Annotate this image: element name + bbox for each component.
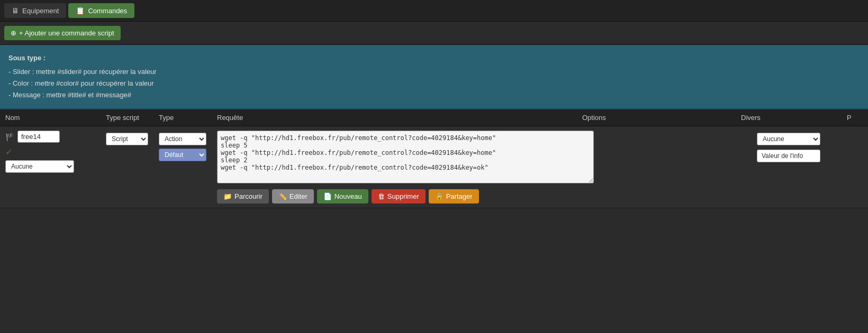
nouveau-label: Nouveau bbox=[334, 192, 362, 200]
top-nav: 🖥 Equipement 📋 Commandes bbox=[0, 0, 868, 22]
parcourir-button[interactable]: 📁 Parcourir bbox=[217, 189, 269, 204]
nouveau-icon: 📄 bbox=[323, 192, 332, 200]
parcourir-icon: 📁 bbox=[223, 192, 232, 200]
info-title: Sous type : bbox=[8, 52, 860, 64]
header-p: P bbox=[847, 114, 863, 122]
parcourir-label: Parcourir bbox=[234, 192, 263, 200]
cell-nom: 🏴 ✓ Aucune bbox=[5, 131, 106, 173]
type-select[interactable]: Action Info bbox=[159, 133, 206, 145]
nom-top: 🏴 bbox=[5, 131, 106, 143]
nouveau-button[interactable]: 📄 Nouveau bbox=[317, 189, 368, 204]
script-select[interactable]: Script bbox=[106, 133, 148, 145]
valeur-info-label: Valeur de l'info bbox=[762, 152, 803, 160]
add-script-icon: ⊕ bbox=[11, 29, 16, 37]
flag-icon: 🏴 bbox=[5, 133, 14, 141]
action-buttons: 📁 Parcourir ✏️ Editer 📄 Nouveau 🗑 Suppri… bbox=[217, 189, 594, 204]
add-script-label: + Ajouter une commande script bbox=[19, 29, 114, 37]
header-type: Type bbox=[159, 114, 217, 122]
supprimer-icon: 🗑 bbox=[378, 192, 385, 200]
commandes-icon: 📋 bbox=[76, 6, 85, 15]
requete-textarea[interactable]: wget -q "http://hd1.freebox.fr/pub/remot… bbox=[217, 131, 594, 183]
add-script-button[interactable]: ⊕ + Ajouter une commande script bbox=[4, 26, 121, 40]
valeur-info-button[interactable]: Valeur de l'info bbox=[757, 150, 820, 162]
info-line-1: - Slider : mettre #slider# pour récupére… bbox=[8, 66, 860, 78]
nom-input[interactable] bbox=[17, 131, 60, 143]
header-options: Options bbox=[582, 114, 741, 122]
cell-requete: wget -q "http://hd1.freebox.fr/pub/remot… bbox=[217, 131, 598, 204]
header-nom: Nom bbox=[5, 114, 106, 122]
editer-icon: ✏️ bbox=[278, 192, 287, 200]
divers-select[interactable]: Aucune bbox=[757, 133, 820, 145]
cell-divers: Aucune Valeur de l'info bbox=[757, 131, 863, 162]
tab-commandes-label: Commandes bbox=[88, 7, 127, 15]
header-divers: Divers bbox=[741, 114, 847, 122]
aucune-select[interactable]: Aucune bbox=[5, 160, 74, 173]
cell-type-script: Script bbox=[106, 131, 159, 145]
info-panel: Sous type : - Slider : mettre #slider# p… bbox=[0, 45, 868, 109]
table-row: 🏴 ✓ Aucune Script Action Info Défaut wge… bbox=[0, 126, 868, 208]
tab-equipement[interactable]: 🖥 Equipement bbox=[4, 3, 66, 18]
equipement-icon: 🖥 bbox=[12, 6, 19, 15]
tab-equipement-label: Equipement bbox=[22, 7, 59, 15]
info-line-2: - Color : mettre #color# pour récupérer … bbox=[8, 78, 860, 89]
header-requete: Requête bbox=[217, 114, 582, 122]
supprimer-button[interactable]: 🗑 Supprimer bbox=[372, 189, 426, 204]
table-header: Nom Type script Type Requête Options Div… bbox=[0, 109, 868, 126]
cell-type: Action Info Défaut bbox=[159, 131, 217, 161]
check-icon: ✓ bbox=[5, 147, 106, 157]
partager-icon: 🔒 bbox=[435, 192, 444, 200]
editer-label: Editer bbox=[290, 192, 308, 200]
partager-button[interactable]: 🔒 Partager bbox=[429, 189, 479, 204]
defaut-select[interactable]: Défaut bbox=[159, 149, 206, 161]
info-line-3: - Message : mettre #title# et #message# bbox=[8, 89, 860, 101]
tab-commandes[interactable]: 📋 Commandes bbox=[68, 3, 134, 18]
header-type-script: Type script bbox=[106, 114, 159, 122]
supprimer-label: Supprimer bbox=[387, 192, 419, 200]
partager-label: Partager bbox=[446, 192, 473, 200]
toolbar: ⊕ + Ajouter une commande script bbox=[0, 22, 868, 45]
editer-button[interactable]: ✏️ Editer bbox=[272, 189, 314, 204]
